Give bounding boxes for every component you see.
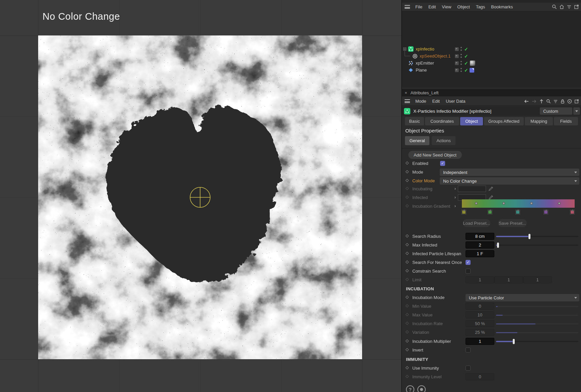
checkmark-icon[interactable]: ✓ — [464, 54, 468, 59]
incubation-rate-slider[interactable] — [496, 323, 578, 324]
panel-menu-icon[interactable] — [405, 5, 410, 9]
tree-row-xpinfectio[interactable]: xpInfectio ✓ — [402, 45, 581, 53]
tab-basic[interactable]: Basic — [405, 117, 424, 125]
record-icon[interactable] — [417, 385, 426, 392]
attr-menu-edit[interactable]: Edit — [429, 99, 443, 104]
om-menu-tags[interactable]: Tags — [473, 4, 488, 9]
home-icon[interactable] — [559, 4, 564, 9]
expand-arrow-icon[interactable]: › — [454, 186, 456, 191]
keyframe-diamond-icon[interactable] — [406, 179, 409, 182]
slider-handle[interactable] — [497, 242, 499, 248]
limit-y-value[interactable]: 1 — [494, 276, 523, 283]
close-icon[interactable]: × — [405, 90, 407, 95]
keyframe-diamond-icon[interactable] — [406, 162, 409, 165]
max-value-slider[interactable] — [496, 315, 578, 316]
display-tag-icon[interactable] — [470, 68, 474, 73]
incubating-color-swatch[interactable] — [458, 186, 486, 192]
color-mode-dropdown[interactable]: No Color Change — [440, 177, 579, 185]
keyframe-diamond-icon[interactable] — [406, 234, 409, 238]
keyframe-diamond-icon[interactable] — [406, 187, 409, 190]
keyframe-diamond-icon[interactable] — [406, 296, 409, 299]
panel-menu-icon[interactable] — [405, 99, 410, 103]
incubation-gradient-bar[interactable] — [462, 199, 575, 208]
immunity-level-value[interactable]: 0 — [466, 373, 494, 380]
forward-arrow-icon[interactable] — [531, 99, 537, 104]
keyframe-diamond-icon[interactable] — [406, 170, 409, 174]
visibility-dots-icon[interactable] — [461, 54, 462, 59]
variation-value[interactable]: 25 % — [466, 329, 494, 336]
max-infected-slider[interactable] — [496, 244, 578, 246]
tab-mapping[interactable]: Mapping — [525, 117, 553, 125]
attr-menu-mode[interactable]: Mode — [412, 99, 429, 104]
variation-slider[interactable] — [496, 332, 578, 333]
gradient-bias-handle[interactable] — [475, 202, 478, 205]
keyframe-diamond-icon[interactable] — [406, 269, 409, 273]
om-menu-view[interactable]: View — [439, 4, 454, 9]
gradient-knot[interactable] — [462, 210, 466, 214]
keyframe-diamond-icon[interactable] — [406, 366, 409, 370]
invert-checkbox[interactable] — [466, 348, 471, 353]
keyframe-diamond-icon[interactable] — [406, 375, 409, 378]
om-menu-bookmarks[interactable]: Bookmarks — [488, 4, 516, 9]
keyframe-diamond-icon[interactable] — [406, 252, 409, 255]
visibility-dots-icon[interactable] — [461, 47, 462, 52]
keyframe-diamond-icon[interactable] — [406, 348, 409, 352]
tree-row-xpemitter[interactable]: xpEmitter ✓ — [402, 60, 581, 67]
viewport-3d[interactable]: No Color Change — [0, 0, 401, 392]
max-infected-value[interactable]: 2 — [466, 241, 494, 249]
limit-x-value[interactable]: 1 — [466, 276, 494, 283]
expand-arrow-icon[interactable]: › — [454, 195, 456, 200]
enabled-checkbox[interactable]: ✓ — [440, 161, 445, 166]
add-new-seed-object-button[interactable]: Add New Seed Object — [408, 151, 462, 159]
search-icon[interactable] — [546, 99, 551, 104]
filter-icon[interactable] — [567, 4, 572, 9]
incubation-mode-dropdown[interactable]: Use Particle Color — [466, 294, 579, 301]
om-menu-object[interactable]: Object — [454, 4, 473, 9]
visibility-dots-icon[interactable] — [461, 61, 462, 66]
incubation-multiplier-slider[interactable] — [496, 341, 578, 342]
material-thumbnail[interactable] — [470, 60, 476, 66]
tree-row-xpseedobject[interactable]: xpSeedObject.1 ✓ — [402, 53, 581, 60]
subtab-general[interactable]: General — [405, 136, 429, 145]
slider-handle[interactable] — [513, 339, 515, 344]
gradient-knot[interactable] — [544, 210, 548, 214]
mode-dropdown[interactable]: Independent — [440, 169, 579, 176]
limit-z-value[interactable]: 1 — [523, 276, 552, 283]
object-label[interactable]: xpEmitter — [416, 61, 434, 66]
back-arrow-icon[interactable] — [524, 99, 529, 104]
gradient-bias-handle[interactable] — [502, 202, 505, 205]
gradient-bias-handle[interactable] — [530, 202, 533, 205]
use-immunity-checkbox[interactable] — [466, 366, 471, 371]
preset-dropdown-arrow[interactable] — [573, 107, 580, 115]
enable-toggle-icon[interactable] — [455, 47, 459, 51]
checkmark-icon[interactable]: ✓ — [464, 46, 468, 52]
om-menu-file[interactable]: File — [412, 4, 425, 9]
search-radius-value[interactable]: 8 cm — [466, 233, 494, 240]
infected-lifespan-value[interactable]: 1 F — [466, 250, 494, 257]
gradient-bias-handle[interactable] — [558, 202, 561, 205]
enable-toggle-icon[interactable] — [455, 61, 459, 65]
keyframe-diamond-icon[interactable] — [406, 339, 409, 343]
search-icon[interactable] — [552, 4, 557, 9]
keyframe-diamond-icon[interactable] — [406, 330, 409, 334]
attributes-titlebar[interactable]: × Attributes_Left — [402, 89, 581, 96]
new-window-icon[interactable] — [574, 4, 579, 9]
min-value-slider[interactable] — [496, 306, 578, 307]
preset-dropdown[interactable]: Custom — [540, 107, 572, 115]
tab-fields[interactable]: Fields — [554, 117, 578, 125]
up-arrow-icon[interactable] — [539, 99, 544, 104]
track-target-icon[interactable] — [567, 99, 572, 104]
search-nearest-checkbox[interactable]: ✓ — [466, 260, 471, 265]
object-label[interactable]: xpInfectio — [416, 46, 434, 52]
subtab-actions[interactable]: Actions — [432, 136, 455, 145]
keyframe-diamond-icon[interactable] — [406, 204, 409, 208]
load-preset-button[interactable]: Load Preset... — [463, 219, 490, 227]
om-menu-edit[interactable]: Edit — [425, 4, 439, 9]
object-label[interactable]: xpSeedObject.1 — [420, 54, 451, 59]
tree-row-plane[interactable]: Plane ✓ — [402, 67, 581, 74]
checkmark-icon[interactable]: ✓ — [464, 61, 468, 66]
keyframe-diamond-icon[interactable] — [406, 243, 409, 247]
max-value[interactable]: 10 — [466, 311, 494, 318]
keyframe-diamond-icon[interactable] — [406, 278, 409, 281]
tab-coordinates[interactable]: Coordinates — [425, 117, 459, 125]
